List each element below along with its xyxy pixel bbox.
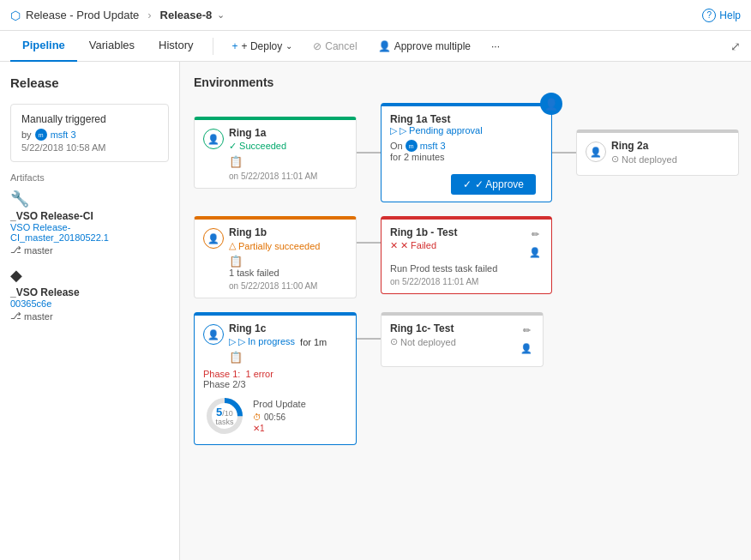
ring1b-edit-btn[interactable]: ✏: [527, 226, 543, 242]
ring1a-name[interactable]: Ring 1a: [229, 127, 347, 139]
ring1b-test-card: Ring 1b - Test ✕ ✕ Failed ✏ 👤: [381, 216, 552, 294]
failed-label: ✕ Failed: [400, 240, 436, 251]
approve-icon: 👤: [378, 40, 391, 52]
time-val: 00:56: [264, 412, 285, 422]
nav-actions: + + Deploy ⌄ ⊘ Cancel 👤 Approve multiple…: [224, 36, 508, 57]
ring1a-test-card: Ring 1a Test ▷ ▷ Pending approval On m: [381, 103, 552, 202]
ring1c-phase1: Phase 1: 1 error: [203, 369, 347, 379]
ring1a-wrapper: 👤 Ring 1a ✓ Succeeded 📋 on 5/22/2018 11:…: [194, 117, 357, 189]
cancel-label: Cancel: [325, 40, 357, 52]
artifact-1-link[interactable]: VSO Release-CI_master_20180522.1: [10, 222, 169, 243]
ring1c-test-wrapper: Ring 1c- Test ⊙ Not deployed ✏ 👤: [381, 312, 544, 367]
trigger-label: Manually triggered: [21, 113, 158, 125]
ring1b-detail: 1 task failed: [229, 268, 347, 278]
breadcrumb: ⬡ Release - Prod Update › Release-8 ⌄: [10, 9, 225, 22]
tab-pipeline[interactable]: Pipeline: [10, 31, 77, 62]
ring1c-wrapper: 👤 Ring 1c ▷ ▷ In progress for 1m: [194, 312, 357, 445]
inprogress-label: ▷ In progress: [238, 336, 295, 347]
ring1b-body: 👤 Ring 1b △ Partially succeeded: [195, 220, 356, 298]
expand-icon: ⤢: [730, 39, 741, 53]
inprogress-duration: for 1m: [300, 337, 327, 347]
approve-check: ✓: [463, 178, 472, 190]
tab-history[interactable]: History: [147, 31, 205, 62]
tab-divider: [213, 38, 213, 55]
ring1c-status: ▷ ▷ In progress for 1m: [229, 336, 347, 347]
cancel-button[interactable]: ⊘ Cancel: [304, 36, 365, 57]
release-chevron[interactable]: ⌄: [217, 9, 225, 21]
approve-multiple-button[interactable]: 👤 Approve multiple: [369, 36, 479, 57]
ring1b-test-info: Ring 1b - Test ✕ ✕ Failed: [390, 226, 519, 251]
ring1c-info: Ring 1c ▷ ▷ In progress for 1m: [229, 322, 347, 347]
ring2a-name[interactable]: Ring 2a: [611, 140, 730, 152]
env-row-3: 👤 Ring 1c ▷ ▷ In progress for 1m: [194, 312, 737, 445]
ring1a-header: 👤 Ring 1a ✓ Succeeded: [203, 127, 347, 152]
ring1a-test-duration: for 2 minutes: [390, 152, 543, 162]
ring1c-test-status-label: Not deployed: [400, 337, 456, 347]
ring1c-edit-btn[interactable]: ✏: [519, 322, 534, 338]
more-button[interactable]: ···: [483, 36, 508, 57]
conn-1c-to-test: [357, 338, 381, 340]
release-icon: ⬡: [10, 9, 21, 22]
phase1-error: 1 error: [245, 369, 273, 379]
deploy-label: + Deploy: [242, 40, 283, 52]
ring1c-test-body: Ring 1c- Test ⊙ Not deployed ✏ 👤: [382, 316, 543, 366]
approve-btn-wrapper: ✓ ✓ Approve: [390, 167, 543, 195]
artifact-2-icon: ◆: [10, 266, 169, 285]
ring2a-header: 👤 Ring 2a ⊙ Not deployed: [586, 140, 730, 165]
ring1b-user-btn[interactable]: 👤: [527, 244, 543, 260]
on-user: msft 3: [420, 141, 446, 151]
by-text: by: [21, 129, 32, 140]
ring1b-status-icon: △: [229, 240, 236, 251]
ring1b-test-detail: Run Prod tests task failed: [390, 263, 543, 274]
deploy-button[interactable]: + + Deploy ⌄: [224, 36, 302, 57]
help-label: Help: [719, 9, 741, 21]
donut-count: 5/10: [215, 406, 233, 418]
error-count: ✕1: [253, 424, 265, 433]
help-link[interactable]: ? Help: [702, 9, 741, 22]
conn-1a-to-test: [357, 152, 381, 154]
ring1a-card: 👤 Ring 1a ✓ Succeeded 📋 on 5/22/2018 11:…: [194, 117, 357, 189]
artifact-2-name: _VSO Release: [10, 286, 169, 298]
ring1b-status-label: Partially succeeded: [238, 241, 320, 251]
ring1b-name[interactable]: Ring 1b: [229, 226, 347, 238]
trigger-date: 5/22/2018 10:58 AM: [21, 142, 158, 153]
conn-test-to-2a: [552, 152, 576, 154]
ring1b-status: △ Partially succeeded: [229, 240, 347, 251]
branch-icon-2: ⎇: [10, 310, 21, 322]
ring2a-wrapper: 👤 Ring 2a ⊙ Not deployed: [576, 129, 739, 176]
ring2a-info: Ring 2a ⊙ Not deployed: [611, 140, 730, 165]
nav-tabs: Pipeline Variables History + + Deploy ⌄ …: [0, 31, 751, 62]
artifact-1-branch: ⎇ master: [10, 244, 169, 256]
ring1b-test-header: Ring 1b - Test ✕ ✕ Failed ✏ 👤: [390, 226, 543, 260]
breadcrumb-project[interactable]: Release - Prod Update: [26, 9, 139, 21]
topbar: ⬡ Release - Prod Update › Release-8 ⌄ ? …: [0, 0, 751, 31]
ring1b-test-actions: ✏ 👤: [527, 226, 543, 260]
pipeline-area: Environments 👤 Ring 1a ✓ Succeeded: [180, 62, 751, 560]
tab-variables[interactable]: Variables: [77, 31, 147, 62]
ring1b-task-icon: 📋: [229, 255, 243, 268]
ring1c-test-card: Ring 1c- Test ⊙ Not deployed ✏ 👤: [381, 312, 544, 367]
sidebar: Release Manually triggered by m msft 3 5…: [0, 62, 180, 560]
ring1c-test-name[interactable]: Ring 1c- Test: [390, 322, 514, 334]
artifact-2-branch-name: master: [24, 311, 53, 322]
ring1a-test-name[interactable]: Ring 1a Test: [390, 113, 543, 125]
ring1b-test-name[interactable]: Ring 1b - Test: [390, 226, 519, 238]
ring1b-wrapper: 👤 Ring 1b △ Partially succeeded: [194, 216, 357, 298]
ring1b-time: on 5/22/2018 11:00 AM: [229, 281, 347, 291]
ring1b-card: 👤 Ring 1b △ Partially succeeded: [194, 216, 357, 298]
cancel-icon: ⊘: [313, 40, 321, 52]
ring1c-donut-meta: Prod Update ⏱ 00:56 ✕1: [253, 399, 306, 433]
ring1c-user-btn[interactable]: 👤: [519, 340, 534, 356]
expand-button[interactable]: ⤢: [730, 39, 741, 53]
clock-icon: ⏱: [253, 412, 261, 422]
clock-icon: ⊙: [611, 154, 619, 165]
ring1b-test-wrapper: Ring 1b - Test ✕ ✕ Failed ✏ 👤: [381, 216, 552, 294]
ring1b-test-time: on 5/22/2018 11:01 AM: [390, 277, 543, 286]
approve-button[interactable]: ✓ ✓ Approve: [451, 174, 536, 195]
trigger-user: msft 3: [51, 129, 76, 140]
ring1c-name[interactable]: Ring 1c: [229, 322, 347, 334]
ring1c-test-info: Ring 1c- Test ⊙ Not deployed: [390, 322, 514, 347]
ring1c-task-area: 📋: [229, 351, 347, 364]
artifact-2-link[interactable]: 00365c6e: [10, 298, 169, 309]
env-row-2: 👤 Ring 1b △ Partially succeeded: [194, 216, 737, 298]
